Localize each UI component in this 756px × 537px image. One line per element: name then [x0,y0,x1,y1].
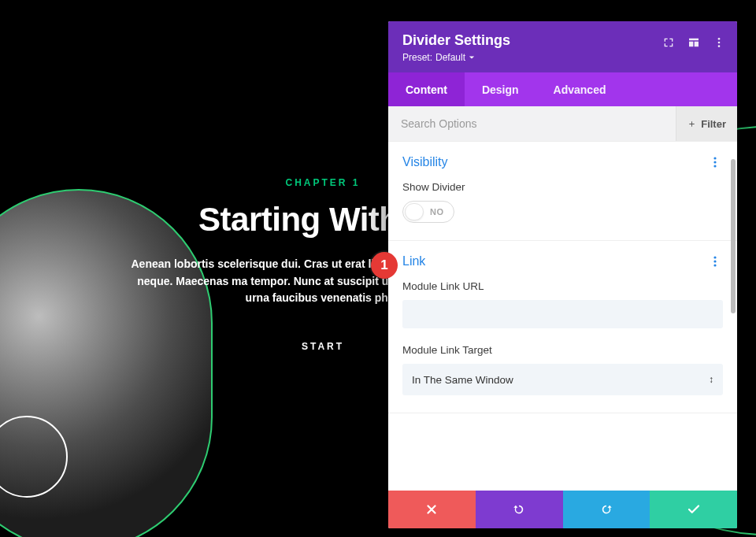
field-show-divider: Show Divider NO [402,181,723,223]
panel-body[interactable]: Visibility Show Divider NO Link [388,142,737,491]
undo-button[interactable] [476,491,563,528]
section-title-visibility[interactable]: Visibility [402,155,448,169]
section-visibility: Visibility Show Divider NO [388,142,737,241]
settings-panel: Divider Settings Preset: Default Content… [388,21,737,528]
preset-prefix: Preset: [402,52,432,63]
redo-icon [599,502,613,517]
filter-label: Filter [701,118,726,130]
start-button[interactable]: Start [302,341,344,352]
section-menu-link[interactable] [707,254,723,269]
preset-value: Default [435,52,465,63]
label-show-divider: Show Divider [402,181,723,193]
svg-point-1 [718,42,721,44]
preset-dropdown[interactable]: Preset: Default [402,52,723,63]
svg-point-4 [713,161,716,163]
search-bar: Filter [388,106,737,142]
more-icon[interactable] [707,32,731,53]
tab-content[interactable]: Content [388,72,465,106]
panel-tabs: Content Design Advanced [388,72,737,106]
label-module-link-url: Module Link URL [402,280,723,292]
close-icon [424,502,439,517]
search-input[interactable] [388,107,676,140]
toggle-show-divider[interactable]: NO [402,201,454,223]
panel-footer [388,491,737,528]
layout-icon[interactable] [682,32,706,53]
redo-button[interactable] [563,491,650,528]
expand-icon[interactable] [657,32,680,53]
section-link: Link Module Link URL Module Link Target … [388,241,737,413]
svg-point-8 [713,264,716,266]
caret-down-icon [469,54,475,61]
tab-design[interactable]: Design [465,72,536,106]
filter-button[interactable]: Filter [676,106,737,141]
select-module-link-target[interactable]: In The Same Window [402,364,723,395]
undo-icon [512,502,526,517]
svg-point-5 [713,165,716,167]
tab-advanced[interactable]: Advanced [536,72,624,106]
annotation-badge-1: 1 [371,252,398,279]
svg-point-7 [713,260,716,262]
svg-point-3 [713,157,716,159]
check-icon [687,502,701,517]
cancel-button[interactable] [388,491,476,528]
svg-point-0 [718,38,721,40]
section-menu-visibility[interactable] [707,154,723,170]
panel-header[interactable]: Divider Settings Preset: Default [388,21,737,72]
input-module-link-url[interactable] [402,300,723,328]
field-module-link-url: Module Link URL [402,280,723,328]
save-button[interactable] [650,491,737,528]
plus-icon [687,120,696,128]
toggle-value: NO [430,207,444,217]
spacer [388,413,737,437]
scrollbar-thumb[interactable] [731,159,736,313]
label-module-link-target: Module Link Target [402,344,723,356]
svg-point-2 [718,45,721,47]
section-title-link[interactable]: Link [402,254,425,268]
field-module-link-target: Module Link Target In The Same Window ↕ [402,344,723,395]
svg-point-6 [713,256,716,258]
toggle-knob [405,203,424,220]
